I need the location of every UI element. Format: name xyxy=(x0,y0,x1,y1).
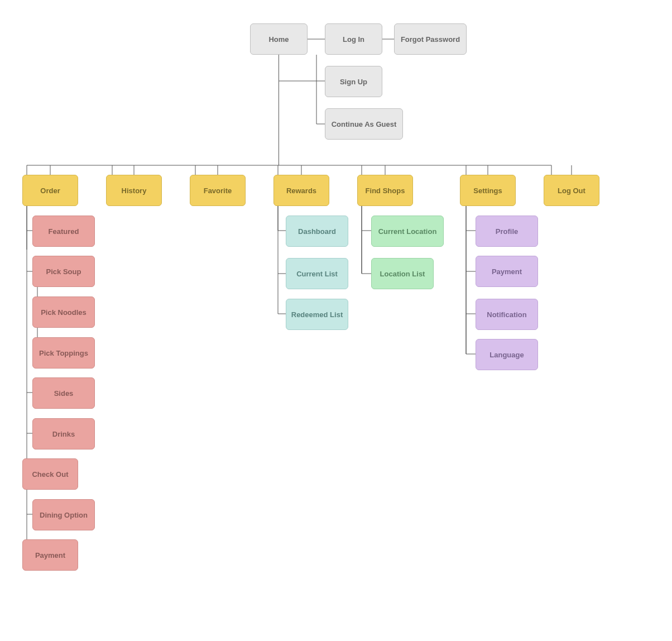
node-dashboard: Dashboard xyxy=(286,216,348,247)
node-login: Log In xyxy=(325,23,382,55)
node-sides: Sides xyxy=(32,377,95,409)
node-language: Language xyxy=(476,339,538,370)
node-signup: Sign Up xyxy=(325,66,382,97)
node-current-list: Current List xyxy=(286,258,348,289)
node-featured: Featured xyxy=(32,216,95,247)
node-settings: Settings xyxy=(460,175,516,206)
node-continue-as-guest: Continue As Guest xyxy=(325,108,403,140)
node-location-list: Location List xyxy=(371,258,434,289)
node-drinks: Drinks xyxy=(32,418,95,449)
node-rewards: Rewards xyxy=(273,175,329,206)
node-dining-option: Dining Option xyxy=(32,499,95,530)
node-pick-soup: Pick Soup xyxy=(32,256,95,287)
sitemap-diagram: Home Log In Forgot Password Sign Up Cont… xyxy=(0,0,672,641)
node-pick-toppings: Pick Toppings xyxy=(32,337,95,369)
node-order-payment: Payment xyxy=(22,539,78,571)
node-forgot-password: Forgot Password xyxy=(394,23,467,55)
node-order: Order xyxy=(22,175,78,206)
node-settings-payment: Payment xyxy=(476,256,538,287)
node-find-shops: Find Shops xyxy=(357,175,413,206)
node-profile: Profile xyxy=(476,216,538,247)
node-home: Home xyxy=(250,23,308,55)
node-notification: Notification xyxy=(476,299,538,330)
node-history: History xyxy=(106,175,162,206)
node-current-location: Current Location xyxy=(371,216,444,247)
node-check-out: Check Out xyxy=(22,458,78,490)
node-logout: Log Out xyxy=(544,175,599,206)
node-favorite: Favorite xyxy=(190,175,246,206)
node-redeemed-list: Redeemed List xyxy=(286,299,348,330)
node-pick-noodles: Pick Noodles xyxy=(32,296,95,328)
